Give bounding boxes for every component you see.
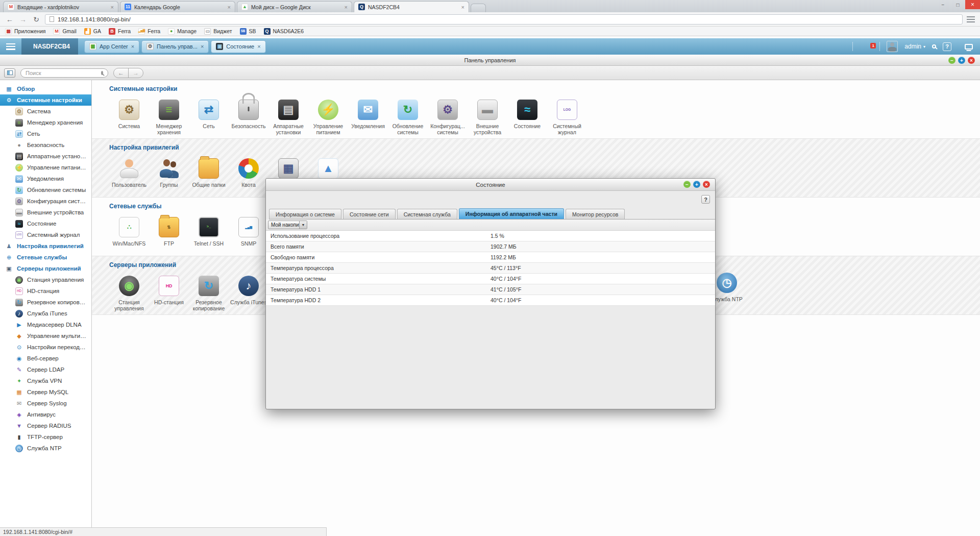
app-shortcut[interactable]: ♪ Служба iTunes [229, 274, 268, 311]
volume-select[interactable]: Мой накопи [268, 221, 307, 229]
browser-tab[interactable]: 11 Календарь Google [120, 1, 235, 12]
nas-app-tab[interactable]: ⚙ Панель управ... [141, 40, 209, 53]
app-shortcut[interactable]: ▬ Внешние устройства [468, 98, 507, 135]
sidebar-item[interactable]: ♟ Настройка привилегий [0, 240, 91, 252]
close-icon[interactable] [228, 4, 231, 10]
close-icon[interactable] [968, 57, 975, 64]
sidebar-item[interactable]: ✦ Служба VPN [0, 375, 91, 386]
search-input[interactable] [26, 70, 98, 76]
bookmark-item[interactable]: SB SB [240, 28, 256, 35]
app-shortcut[interactable]: Пользователь [109, 156, 149, 194]
close-icon[interactable] [461, 4, 464, 10]
sidebar-item[interactable]: ◆ Управление мультимедиа [0, 330, 91, 342]
sidebar-item[interactable]: HD HD-станция [0, 285, 91, 297]
sidebar-item[interactable]: ▦ Сервер MySQL [0, 386, 91, 398]
sidebar-item[interactable]: ▮ TFTP-сервер [0, 431, 91, 443]
sidebar-item[interactable]: ◈ Антивирус [0, 409, 91, 420]
sidebar-item[interactable]: ♪ Служба iTunes [0, 308, 91, 319]
app-shortcut[interactable]: Безопасность [229, 98, 268, 135]
close-icon[interactable] [345, 4, 348, 10]
search-icon[interactable] [932, 44, 936, 48]
app-shortcut[interactable]: Группы [149, 156, 189, 194]
maximize-icon[interactable] [693, 181, 700, 188]
sidebar-item[interactable]: ✎ Сервер LDAP [0, 364, 91, 375]
close-icon[interactable] [703, 181, 710, 188]
forward-button[interactable] [128, 68, 143, 78]
app-shortcut[interactable]: ≈ Состояние [507, 98, 547, 135]
sidebar-item[interactable]: ● Безопасность [0, 139, 91, 151]
sidebar-item[interactable]: ≡ Менеджер хранения [0, 117, 91, 128]
new-tab-button[interactable] [471, 4, 486, 12]
app-shortcut[interactable]: ◉ Станция управления [109, 274, 149, 311]
sidebar-item[interactable]: ◷ Служба NTP [0, 443, 91, 454]
sidebar-item[interactable]: ◉ Станция управления [0, 274, 91, 285]
sidebar-item[interactable]: ◉ Веб-сервер [0, 353, 91, 364]
main-menu-icon[interactable] [0, 38, 21, 55]
chevron-down-icon[interactable] [299, 221, 307, 229]
dialog-help-button[interactable]: ? [701, 195, 710, 204]
sidebar-item[interactable]: ▶ Медиасервер DLNA [0, 319, 91, 330]
app-shortcut[interactable]: ≡ Менеджер хранения [149, 98, 189, 135]
dialog-tab[interactable]: Системная служба [397, 209, 457, 219]
bookmark-item[interactable]: ▟ GA [84, 28, 101, 35]
sidebar-item[interactable]: ↻ Обновление системы [0, 184, 91, 196]
sidebar-item[interactable]: ▦ Обзор [0, 83, 91, 94]
sidebar-item[interactable]: ⚙ Конфигурация системы [0, 196, 91, 207]
nas-home-button[interactable]: NASDF2CB4 [21, 38, 78, 55]
sidebar-item[interactable]: ⚙ Система [0, 106, 91, 117]
sidebar-item[interactable]: ⊕ Сетевые службы [0, 252, 91, 263]
browser-menu-icon[interactable] [967, 16, 975, 22]
avatar[interactable] [887, 41, 898, 52]
app-shortcut[interactable]: Квота [229, 156, 268, 194]
app-shortcut[interactable]: ⇅ FTP [149, 215, 189, 253]
sidebar-item[interactable]: ↻ Резервное копирование [0, 297, 91, 308]
dialog-tab[interactable]: Информация о системе [269, 209, 341, 219]
app-shortcut[interactable]: ⚙ Конфигурац... системы [428, 98, 468, 135]
close-icon[interactable] [111, 4, 114, 10]
sidebar-item[interactable]: ▬ Внешние устройства [0, 207, 91, 218]
browser-tab[interactable]: Q NASDF2CB4 [354, 1, 469, 12]
app-shortcut[interactable]: ⇄ Сеть [189, 98, 229, 135]
user-menu[interactable]: admin [904, 43, 925, 50]
sidebar-item[interactable]: ≈ Состояние [0, 218, 91, 229]
dialog-tab[interactable]: Состояние сети [343, 209, 396, 219]
browser-tab[interactable]: M Входящие - xardplotnikov [3, 1, 118, 12]
nas-app-tab[interactable]: ▦ App Center [84, 40, 139, 53]
url-input[interactable]: 192.168.1.141:8080/cgi-bin/ [45, 14, 963, 25]
sidebar-item[interactable]: ⚡ Управление питанием [0, 162, 91, 173]
forward-icon[interactable] [18, 15, 28, 23]
reload-icon[interactable] [32, 15, 41, 23]
minimize-icon[interactable] [683, 181, 691, 188]
close-icon[interactable] [131, 43, 134, 50]
close-icon[interactable] [257, 43, 260, 50]
sidebar-item[interactable]: LOG Системный журнал [0, 229, 91, 240]
dialog-tab[interactable]: Монитор ресурсов [566, 209, 625, 219]
sidebar-item[interactable]: ▤ Аппаратные установки [0, 151, 91, 162]
bookmark-item[interactable]: ▂▅▇ Ferra [138, 28, 160, 35]
bookmark-item[interactable]: ▭ Виджет [204, 28, 232, 35]
bookmark-item[interactable]: ● Manage [168, 28, 197, 35]
app-shortcut[interactable]: Общие папки [189, 156, 229, 194]
maximize-icon[interactable] [950, 0, 965, 9]
nas-app-tab[interactable]: ▣ Состояние [211, 40, 265, 53]
app-shortcut[interactable]: >_ Telnet / SSH [189, 215, 229, 253]
sidebar-item[interactable]: ⊙ Настройки перекодиров... [0, 342, 91, 353]
browser-tab[interactable]: ▲ Мой диск – Google Диск [237, 1, 352, 12]
close-icon[interactable] [201, 43, 204, 50]
bookmark-item[interactable]: M Gmail [53, 28, 76, 35]
app-shortcut[interactable]: ▂▄▆ SNMP [229, 215, 268, 253]
bookmark-item[interactable]: Q NASD6A2E6 [264, 28, 304, 35]
app-shortcut[interactable]: ∴ Win/Mac/NFS [109, 215, 149, 253]
sidebar-toggle-button[interactable] [4, 68, 15, 78]
app-shortcut[interactable]: LOG Системный журнал [547, 98, 587, 135]
dashboard-icon[interactable] [965, 44, 973, 50]
bookmark-item[interactable]: ▦ Приложения [5, 28, 45, 35]
app-shortcut[interactable]: ⚙ Система [109, 98, 149, 135]
close-icon[interactable] [965, 0, 980, 9]
sidebar-item[interactable]: ▼ Сервер RADIUS [0, 420, 91, 431]
dialog-tab[interactable]: Информация об аппаратной части [459, 208, 564, 219]
app-shortcut[interactable]: ↻ Резервное копирование [189, 274, 229, 311]
search-icon[interactable] [101, 71, 103, 75]
app-shortcut[interactable]: ⚡ Управление питанием [308, 98, 348, 135]
sidebar-item[interactable]: ⇄ Сеть [0, 128, 91, 139]
